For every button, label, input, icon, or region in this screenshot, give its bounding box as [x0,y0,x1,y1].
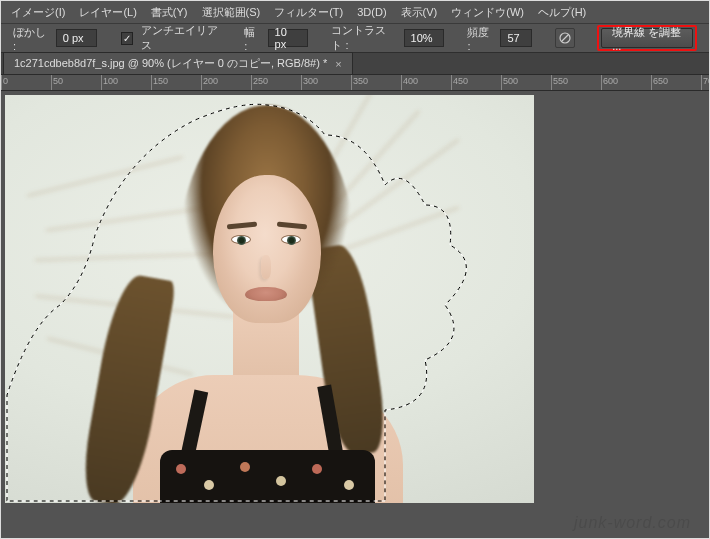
ruler-tick-label: 500 [503,76,518,86]
close-icon[interactable]: × [335,58,341,70]
ruler-tick-label: 300 [303,76,318,86]
menu-bar: イメージ(I) レイヤー(L) 書式(Y) 選択範囲(S) フィルター(T) 3… [1,1,709,23]
menu-select[interactable]: 選択範囲(S) [196,2,267,23]
refine-edge-highlight: 境界線 を調整 ... [597,25,697,51]
ruler-tick-label: 450 [453,76,468,86]
ruler-tick-label: 200 [203,76,218,86]
ruler-tick-label: 550 [553,76,568,86]
horizontal-ruler: 0 50 100 150 200 250 300 350 400 450 500… [1,75,709,91]
document-tab-bar: 1c271cdbeb8d7f_s.jpg @ 90% (レイヤー 0 のコピー,… [1,53,709,75]
antialias-label: アンチエイリアス [141,23,219,53]
menu-image[interactable]: イメージ(I) [5,2,71,23]
refine-edge-button[interactable]: 境界線 を調整 ... [601,28,693,48]
ruler-tick-label: 700 [703,76,709,86]
menu-filter[interactable]: フィルター(T) [268,2,349,23]
ruler-tick-label: 0 [3,76,8,86]
contrast-label: コントラスト : [331,23,395,53]
document-canvas[interactable] [5,95,534,503]
pressure-toggle-button[interactable] [555,28,575,48]
options-bar: ぼかし : 0 px ✓ アンチエイリアス 幅 : 10 px コントラスト :… [1,23,709,53]
menu-view[interactable]: 表示(V) [395,2,444,23]
frequency-label: 頻度 : [467,25,492,52]
ruler-tick-label: 250 [253,76,268,86]
app-window: イメージ(I) レイヤー(L) 書式(Y) 選択範囲(S) フィルター(T) 3… [0,0,710,539]
canvas-area: junk-word.com [1,91,709,538]
contrast-input[interactable]: 10% [404,29,445,47]
document-tab[interactable]: 1c271cdbeb8d7f_s.jpg @ 90% (レイヤー 0 のコピー,… [3,52,353,74]
blur-label: ぼかし : [13,25,48,52]
document-tab-title: 1c271cdbeb8d7f_s.jpg @ 90% (レイヤー 0 のコピー,… [14,56,327,71]
ruler-tick-label: 400 [403,76,418,86]
width-label: 幅 : [244,25,259,52]
pen-pressure-icon [558,31,572,45]
menu-window[interactable]: ウィンドウ(W) [445,2,530,23]
menu-3d[interactable]: 3D(D) [351,3,392,21]
ruler-tick-label: 600 [603,76,618,86]
ruler-tick-label: 350 [353,76,368,86]
menu-help[interactable]: ヘルプ(H) [532,2,592,23]
menu-type[interactable]: 書式(Y) [145,2,194,23]
menu-layer[interactable]: レイヤー(L) [73,2,142,23]
frequency-input[interactable]: 57 [500,29,532,47]
width-input[interactable]: 10 px [268,29,309,47]
selection-marquee [5,95,534,503]
antialias-checkbox[interactable]: ✓ [121,32,133,45]
blur-input[interactable]: 0 px [56,29,97,47]
ruler-tick-label: 650 [653,76,668,86]
ruler-tick-label: 50 [53,76,63,86]
ruler-tick-label: 100 [103,76,118,86]
watermark-text: junk-word.com [574,514,691,532]
ruler-tick-label: 150 [153,76,168,86]
